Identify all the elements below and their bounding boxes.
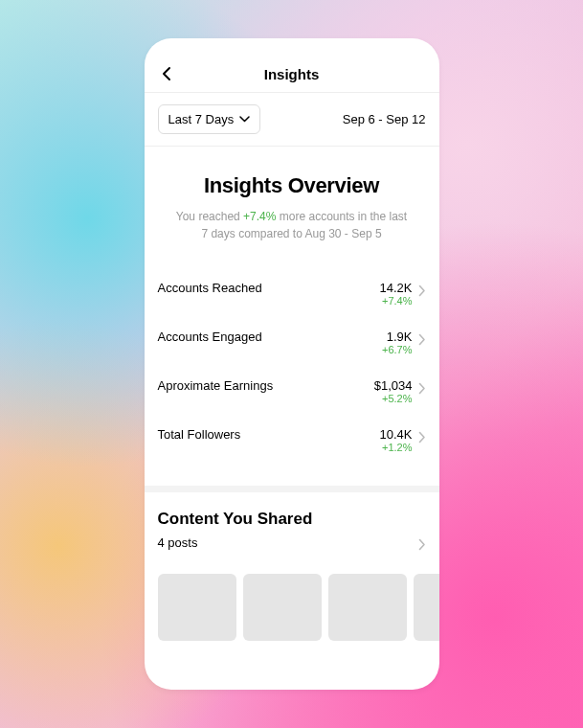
metric-change: +1.2% [380, 442, 413, 453]
post-thumbnail[interactable] [158, 574, 236, 641]
metric-row-followers[interactable]: Total Followers 10.4K +1.2% [158, 416, 426, 465]
metric-label: Accounts Reached [158, 281, 380, 295]
section-divider [145, 486, 439, 492]
content-shared-title: Content You Shared [158, 510, 426, 529]
metric-label: Total Followers [158, 427, 380, 442]
metric-row-accounts-engaged[interactable]: Accounts Engaged 1.9K +6.7% [158, 318, 426, 367]
insights-screen: Insights Last 7 Days Sep 6 - Sep 12 Insi… [145, 38, 439, 690]
dropdown-label: Last 7 Days [168, 112, 235, 126]
filter-row: Last 7 Days Sep 6 - Sep 12 [145, 93, 439, 146]
date-range-label: Sep 6 - Sep 12 [343, 112, 426, 126]
post-thumbnail[interactable] [414, 574, 439, 641]
metric-change: +7.4% [380, 295, 413, 307]
chevron-down-icon [239, 116, 250, 123]
post-thumbnail[interactable] [243, 574, 322, 641]
metric-value: $1,034 [374, 378, 413, 393]
metric-label: Accounts Engaged [158, 330, 383, 344]
chevron-right-icon [418, 382, 426, 395]
metric-row-accounts-reached[interactable]: Accounts Reached 14.2K +7.4% [158, 269, 426, 318]
metric-change: +6.7% [382, 344, 413, 355]
metric-value: 14.2K [380, 281, 413, 295]
post-thumbnail[interactable] [328, 574, 407, 641]
metric-change: +5.2% [374, 393, 413, 404]
overview-title: Insights Overview [158, 173, 426, 198]
overview-pct: +7.4% [243, 210, 276, 223]
chevron-right-icon [418, 431, 426, 444]
posts-count: 4 posts [158, 535, 198, 550]
header: Insights [145, 38, 439, 93]
post-thumbnails [145, 562, 439, 641]
metric-label: Aproximate Earnings [158, 378, 374, 393]
overview-section: Insights Overview You reached +7.4% more… [145, 147, 439, 252]
metric-row-earnings[interactable]: Aproximate Earnings $1,034 +5.2% [158, 367, 426, 416]
metric-value: 10.4K [380, 427, 413, 442]
page-title: Insights [145, 66, 439, 82]
date-range-dropdown[interactable]: Last 7 Days [158, 104, 261, 134]
overview-subtitle: You reached +7.4% more accounts in the l… [158, 208, 426, 242]
chevron-right-icon [418, 538, 426, 551]
back-icon[interactable] [158, 65, 175, 82]
content-shared-section: Content You Shared 4 posts [145, 492, 439, 562]
posts-row[interactable]: 4 posts [158, 535, 426, 551]
metric-value: 1.9K [382, 330, 413, 344]
chevron-right-icon [418, 284, 426, 297]
metrics-list: Accounts Reached 14.2K +7.4% Accounts En… [145, 252, 439, 486]
chevron-right-icon [418, 333, 426, 346]
